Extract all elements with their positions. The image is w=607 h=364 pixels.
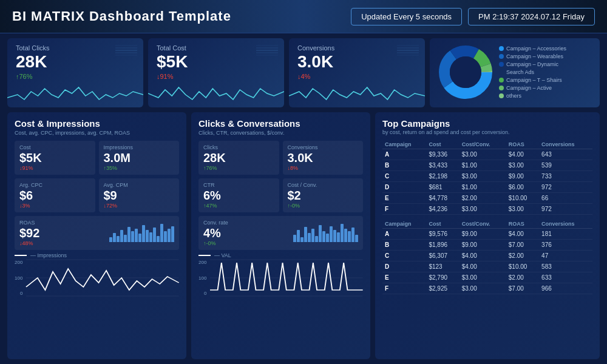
bar-2 xyxy=(113,233,116,242)
cr-bar-12 xyxy=(333,230,336,242)
metric-cpc-value: $6 xyxy=(19,188,90,203)
bar-14 xyxy=(157,236,160,242)
legend-dot-5 xyxy=(499,93,504,98)
cell-conv: 733 xyxy=(539,171,592,182)
line-indicator-impressions xyxy=(15,255,27,256)
clicks-label: Clicks xyxy=(203,144,274,150)
cell-cost: $9,336 xyxy=(426,149,459,160)
cell-conv: 66 xyxy=(539,193,592,204)
metric-impressions-label: Impressions xyxy=(104,144,175,150)
th-costconv-1: Cost/Conv. xyxy=(459,140,506,149)
main-row: Cost & Impressions Cost, avg. CPC, impre… xyxy=(0,112,607,364)
clicks-metrics-grid: Clicks 28K ↑76% Conversions 3.0K ↓8% CTR… xyxy=(198,141,363,212)
cost-conv-label: Cost / Conv. xyxy=(288,182,359,188)
cell-cost: $2,925 xyxy=(426,283,459,294)
legend-item-5: others xyxy=(499,93,566,99)
cell-costconv: $3.00 xyxy=(459,283,506,294)
clicks-change: ↑76% xyxy=(203,165,274,171)
legend-dot-2 xyxy=(499,62,504,67)
cell-campaign: D xyxy=(382,261,426,272)
metric-impressions: Impressions 3.0M ↑35% xyxy=(99,141,180,175)
kpi-total-clicks: Total Clicks 28K ↑76% xyxy=(7,38,143,107)
table-row: E $2,790 $3.00 $2.00 633 xyxy=(382,272,592,283)
campaigns-subtitle: by cost, return on ad spend and cost per… xyxy=(382,129,592,135)
legend-label-3: Campaign – T – Shairs xyxy=(506,77,562,83)
bar-10 xyxy=(142,225,145,242)
cell-campaign: F xyxy=(382,204,426,215)
legend-item-2b: Search Ads xyxy=(499,69,566,75)
cr-bar-5 xyxy=(308,233,311,242)
legend-label-2b: Search Ads xyxy=(506,69,534,75)
cell-costconv: $4.00 xyxy=(459,251,506,261)
metric-cpc-label: Arg. CPC xyxy=(19,182,90,188)
roas-value: $92 xyxy=(19,226,39,240)
metric-cpm-label: Avg. CPM xyxy=(104,182,175,188)
table1-header-row: Campaign Cost Cost/Conv. ROAS Conversion… xyxy=(382,140,592,149)
campaigns-panel: Top Campaigns by cost, return on ad spen… xyxy=(375,112,600,359)
cr-bar-9 xyxy=(322,231,325,242)
th-conversions-1: Conversions xyxy=(539,140,592,149)
cell-conv: 376 xyxy=(539,240,592,251)
metric-conv-rate: Conv. rate 4% ↑-0% xyxy=(198,216,363,250)
cell-roas: $10.00 xyxy=(506,193,539,204)
datetime-display: PM 2:19:37 2024.07.12 Friday xyxy=(468,8,595,25)
val-line-chart xyxy=(210,260,363,296)
table-row: F $4,236 $3.00 $3.00 972 xyxy=(382,204,592,215)
cell-roas: $2.00 xyxy=(506,251,539,261)
bar-1 xyxy=(109,237,112,242)
cell-conv: 972 xyxy=(539,182,592,193)
legend-label-0: Campaign – Accessories xyxy=(506,46,566,52)
cost-impressions-title: Cost & Impressions xyxy=(15,118,179,129)
cell-cost: $6,307 xyxy=(426,251,459,261)
kpi-change-conv: ↓4% xyxy=(297,73,416,80)
roas-left: ROAS $92 ↓48% xyxy=(19,220,39,246)
cell-roas: $6.00 xyxy=(506,182,539,193)
cell-cost: $4,236 xyxy=(426,204,459,215)
table2-header-row: Campaign Cost Cost/Conv. ROAS Conversion… xyxy=(382,220,592,229)
table-row: B $3,433 $1.00 $3.00 539 xyxy=(382,160,592,171)
cr-bar-6 xyxy=(311,229,314,242)
table-row: A $9,336 $3.00 $4.00 643 xyxy=(382,149,592,160)
cell-cost: $9,576 xyxy=(426,229,459,240)
th-campaign-1: Campaign xyxy=(382,140,426,149)
cr-bar-3 xyxy=(300,237,304,242)
impressions-line-chart xyxy=(26,260,179,296)
cell-costconv: $3.00 xyxy=(459,171,506,182)
legend-dot-1 xyxy=(499,54,504,59)
bar-9 xyxy=(138,234,141,242)
metric-cost-conv: Cost / Conv. $2 ↑-0% xyxy=(283,178,364,212)
metric-impressions-value: 3.0M xyxy=(104,150,175,165)
impressions-chart-section: — Impressions 200 100 0 xyxy=(15,252,179,296)
table-row: A $9,576 $9.00 $4.00 181 xyxy=(382,229,592,240)
cr-bar-1 xyxy=(293,235,296,242)
th-cost-2: Cost xyxy=(426,220,459,229)
bar-11 xyxy=(146,230,149,242)
cell-campaign: C xyxy=(382,171,426,182)
bar-8 xyxy=(135,229,138,242)
bar-18 xyxy=(171,226,174,242)
cell-costconv: $3.00 xyxy=(459,204,506,215)
cost-conv-change: ↑-0% xyxy=(288,203,359,209)
cell-roas: $9.00 xyxy=(506,171,539,182)
th-campaign-2: Campaign xyxy=(382,220,426,229)
roas-change: ↓48% xyxy=(19,240,39,246)
ctr-value: 6% xyxy=(203,188,274,203)
cell-roas: $7.00 xyxy=(506,283,539,294)
conv-cc-value: 3.0K xyxy=(288,150,359,165)
page-title: BI MATRIX Dashboard Template xyxy=(12,8,231,24)
donut-chart xyxy=(438,45,493,101)
legend-dot-4 xyxy=(499,86,504,90)
campaigns-table-1: Campaign Cost Cost/Conv. ROAS Conversion… xyxy=(382,140,592,215)
table-row: C $2,198 $3.00 $9.00 733 xyxy=(382,171,592,182)
legend-dot-2b xyxy=(499,70,504,75)
legend-dot-0 xyxy=(499,46,504,51)
cell-cost: $681 xyxy=(426,182,459,193)
bar-4 xyxy=(120,230,123,242)
bar-13 xyxy=(153,228,156,242)
cr-bar-7 xyxy=(315,236,318,242)
cell-roas: $7.00 xyxy=(506,240,539,251)
th-conversions-2: Conversions xyxy=(539,220,592,229)
conv-rate-left: Conv. rate 4% ↑-0% xyxy=(203,220,228,246)
cell-roas: $4.00 xyxy=(506,149,539,160)
cell-roas: $10.00 xyxy=(506,261,539,272)
